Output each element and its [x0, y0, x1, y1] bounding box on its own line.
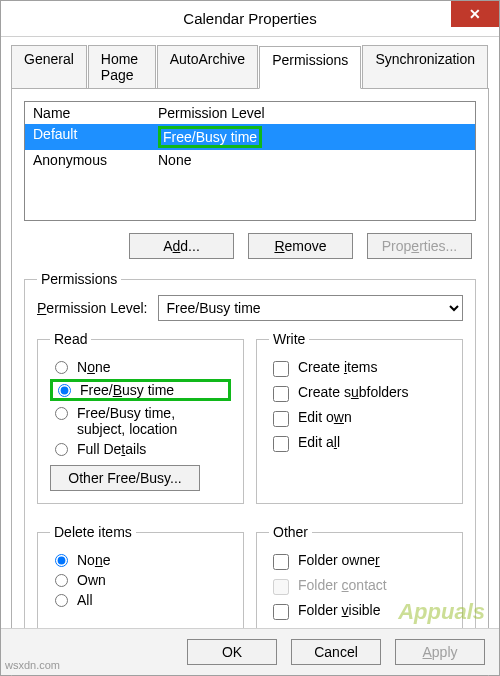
write-edit-all-label: Edit all	[298, 434, 340, 450]
other-freebusy-button[interactable]: Other Free/Busy...	[50, 465, 200, 491]
read-write-columns: Read None Free/Busy time Free/Busy time,…	[37, 331, 463, 514]
read-legend: Read	[50, 331, 91, 347]
close-button[interactable]: ✕	[451, 1, 499, 27]
ok-button[interactable]: OK	[187, 639, 277, 665]
read-none-label: None	[77, 359, 111, 375]
read-none-radio[interactable]	[55, 361, 68, 374]
permission-level-select[interactable]: Free/Busy time	[158, 295, 464, 321]
write-edit-all[interactable]: Edit all	[269, 434, 450, 455]
read-full-details[interactable]: Full Details	[50, 441, 231, 457]
tab-synchronization[interactable]: Synchronization	[362, 45, 488, 88]
tab-permissions[interactable]: Permissions	[259, 46, 361, 89]
write-edit-own[interactable]: Edit own	[269, 409, 450, 430]
delete-none[interactable]: None	[50, 552, 231, 568]
write-create-items-label: Create items	[298, 359, 377, 375]
tab-autoarchive[interactable]: AutoArchive	[157, 45, 258, 88]
write-edit-all-checkbox[interactable]	[273, 436, 289, 452]
col-name: Name	[33, 105, 158, 121]
remove-label: Remove	[274, 238, 326, 254]
list-buttons: Add... Remove Properties...	[24, 233, 476, 259]
delete-group: Delete items None Own All	[37, 524, 244, 640]
read-group: Read None Free/Busy time Free/Busy time,…	[37, 331, 244, 504]
properties-button: Properties...	[367, 233, 472, 259]
permissions-list[interactable]: Name Permission Level Default Free/Busy …	[24, 101, 476, 221]
permission-level-row: Permission Level: Free/Busy time	[37, 295, 463, 321]
cell-name: Anonymous	[33, 152, 158, 168]
write-edit-own-checkbox[interactable]	[273, 411, 289, 427]
read-none[interactable]: None	[50, 359, 231, 375]
other-folder-contact: Folder contact	[269, 577, 450, 598]
close-icon: ✕	[469, 6, 481, 22]
write-create-items-checkbox[interactable]	[273, 361, 289, 377]
apply-button: Apply	[395, 639, 485, 665]
write-create-items[interactable]: Create items	[269, 359, 450, 380]
other-legend: Other	[269, 524, 312, 540]
delete-all-radio[interactable]	[55, 594, 68, 607]
folder-visible-label: Folder visible	[298, 602, 380, 618]
folder-owner-checkbox[interactable]	[273, 554, 289, 570]
permissions-legend: Permissions	[37, 271, 121, 287]
read-freebusy-detail[interactable]: Free/Busy time,subject, location	[50, 405, 231, 437]
window-title: Calendar Properties	[1, 10, 499, 27]
cell-permission-level: Free/Busy time	[158, 126, 262, 148]
read-full-details-label: Full Details	[77, 441, 146, 457]
other-folder-visible[interactable]: Folder visible	[269, 602, 450, 623]
folder-contact-label: Folder contact	[298, 577, 387, 593]
delete-own-label: Own	[77, 572, 106, 588]
delete-none-label: None	[77, 552, 111, 568]
properties-label: Properties...	[382, 238, 458, 254]
permissions-group: Permissions Permission Level: Free/Busy …	[24, 271, 476, 663]
tab-general[interactable]: General	[11, 45, 87, 88]
list-header: Name Permission Level	[25, 102, 475, 124]
read-freebusy-detail-radio[interactable]	[55, 407, 68, 420]
write-create-subfolders-label: Create subfolders	[298, 384, 409, 400]
cell-name: Default	[33, 126, 158, 148]
dialog-window: Calendar Properties ✕ General Home Page …	[0, 0, 500, 676]
add-label: Add...	[163, 238, 200, 254]
tab-strip: General Home Page AutoArchive Permission…	[11, 45, 489, 89]
delete-none-radio[interactable]	[55, 554, 68, 567]
folder-visible-checkbox[interactable]	[273, 604, 289, 620]
delete-legend: Delete items	[50, 524, 136, 540]
list-row[interactable]: Anonymous None	[25, 150, 475, 170]
write-create-subfolders-checkbox[interactable]	[273, 386, 289, 402]
list-row[interactable]: Default Free/Busy time	[25, 124, 475, 150]
highlight-permission-level: Free/Busy time	[158, 126, 262, 148]
folder-owner-label: Folder owner	[298, 552, 380, 568]
write-group: Write Create items Create subfolders Edi…	[256, 331, 463, 504]
delete-all-label: All	[77, 592, 93, 608]
read-freebusy[interactable]: Free/Busy time	[50, 379, 231, 401]
write-create-subfolders[interactable]: Create subfolders	[269, 384, 450, 405]
apply-label: Apply	[422, 644, 457, 660]
tab-home-page[interactable]: Home Page	[88, 45, 156, 88]
other-folder-owner[interactable]: Folder owner	[269, 552, 450, 573]
content-area: General Home Page AutoArchive Permission…	[1, 37, 499, 676]
titlebar: Calendar Properties ✕	[1, 1, 499, 37]
delete-all[interactable]: All	[50, 592, 231, 608]
delete-own-radio[interactable]	[55, 574, 68, 587]
read-freebusy-label: Free/Busy time	[80, 382, 174, 398]
cancel-button[interactable]: Cancel	[291, 639, 381, 665]
delete-own[interactable]: Own	[50, 572, 231, 588]
write-legend: Write	[269, 331, 309, 347]
cell-permission-level: None	[158, 152, 191, 168]
col-permission-level: Permission Level	[158, 105, 265, 121]
read-freebusy-radio[interactable]	[58, 384, 71, 397]
other-group: Other Folder owner Folder contact Folder…	[256, 524, 463, 640]
folder-contact-checkbox	[273, 579, 289, 595]
permission-level-label: Permission Level:	[37, 300, 148, 316]
add-button[interactable]: Add...	[129, 233, 234, 259]
read-freebusy-detail-label: Free/Busy time,subject, location	[77, 405, 177, 437]
dialog-buttons: OK Cancel Apply	[1, 628, 499, 675]
read-full-details-radio[interactable]	[55, 443, 68, 456]
remove-button[interactable]: Remove	[248, 233, 353, 259]
tab-panel-permissions: Name Permission Level Default Free/Busy …	[11, 89, 489, 676]
write-edit-own-label: Edit own	[298, 409, 352, 425]
